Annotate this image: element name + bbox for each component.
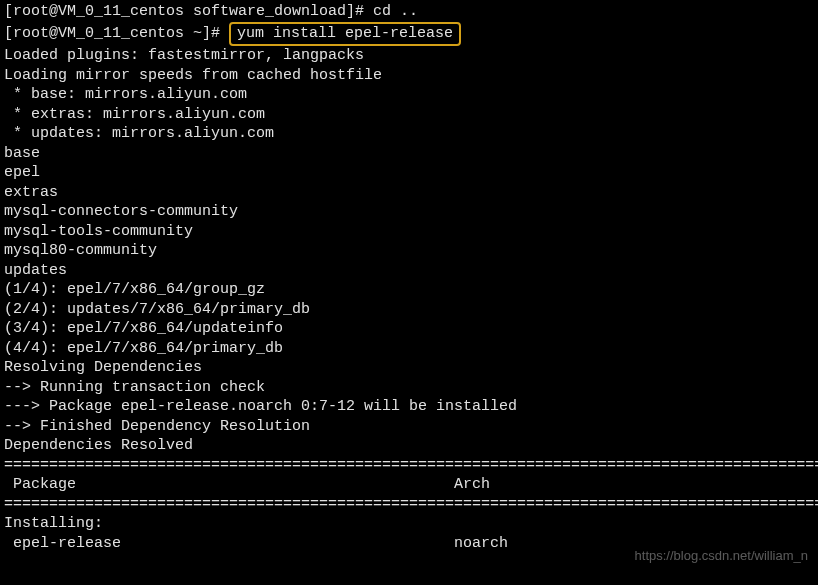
- terminal-line: mysql-tools-community: [4, 222, 814, 242]
- terminal-line: Loaded plugins: fastestmirror, langpacks: [4, 46, 814, 66]
- terminal-line: updates: [4, 261, 814, 281]
- table-row: epel-release noarch: [4, 534, 814, 554]
- prompt-line: [root@VM_0_11_centos ~]# yum install epe…: [4, 22, 814, 47]
- table-header: Package Arch: [4, 475, 814, 495]
- terminal-line: (2/4): updates/7/x86_64/primary_db: [4, 300, 814, 320]
- terminal-line: base: [4, 144, 814, 164]
- header-arch: Arch: [454, 476, 490, 493]
- divider-line: ========================================…: [4, 495, 814, 515]
- installing-label: Installing:: [4, 514, 814, 534]
- terminal-line: mysql80-community: [4, 241, 814, 261]
- terminal-line: (1/4): epel/7/x86_64/group_gz: [4, 280, 814, 300]
- terminal-line: Dependencies Resolved: [4, 436, 814, 456]
- terminal-line: * base: mirrors.aliyun.com: [4, 85, 814, 105]
- terminal-line: ---> Package epel-release.noarch 0:7-12 …: [4, 397, 814, 417]
- divider-line: ========================================…: [4, 456, 814, 476]
- highlighted-command: yum install epel-release: [229, 22, 461, 47]
- terminal-line: Loading mirror speeds from cached hostfi…: [4, 66, 814, 86]
- shell-prompt: [root@VM_0_11_centos ~]#: [4, 25, 229, 42]
- terminal-line: epel: [4, 163, 814, 183]
- terminal-line: mysql-connectors-community: [4, 202, 814, 222]
- terminal-line: extras: [4, 183, 814, 203]
- install-package: epel-release: [4, 535, 121, 552]
- install-arch: noarch: [454, 535, 508, 552]
- terminal-line: --> Finished Dependency Resolution: [4, 417, 814, 437]
- terminal-line: --> Running transaction check: [4, 378, 814, 398]
- terminal-line: * extras: mirrors.aliyun.com: [4, 105, 814, 125]
- terminal-line-partial: [root@VM_0_11_centos software_download]#…: [4, 2, 814, 22]
- terminal-line: (4/4): epel/7/x86_64/primary_db: [4, 339, 814, 359]
- header-package: Package: [4, 476, 76, 493]
- terminal-line: Resolving Dependencies: [4, 358, 814, 378]
- terminal-line: * updates: mirrors.aliyun.com: [4, 124, 814, 144]
- terminal-line: (3/4): epel/7/x86_64/updateinfo: [4, 319, 814, 339]
